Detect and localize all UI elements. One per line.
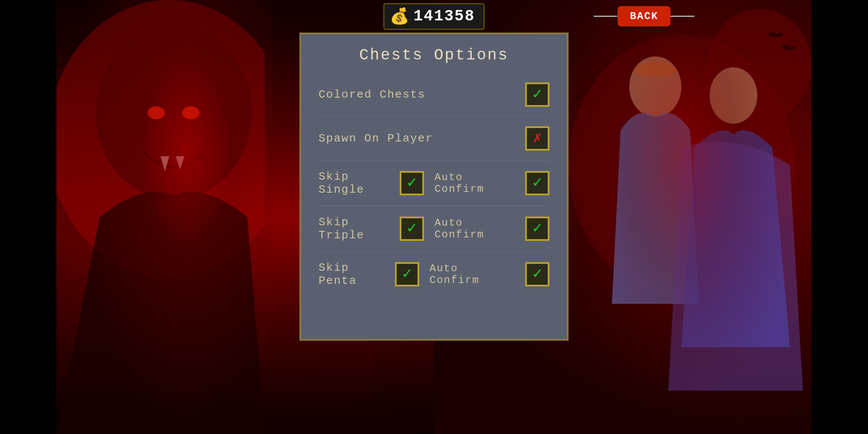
black-bar-left [0, 0, 56, 434]
skip-penta-right: ✓ Auto Confirm ✓ [395, 262, 549, 286]
option-skip-triple: Skip Triple ✓ Auto Confirm ✓ [319, 206, 549, 251]
red-glow-left [56, 0, 273, 434]
skip-triple-label: Skip Triple [319, 216, 400, 242]
spawn-on-player-x-icon: ✗ [533, 131, 542, 146]
skip-penta-label: Skip Penta [319, 261, 395, 287]
spawn-on-player-label: Spawn On Player [319, 132, 433, 145]
spawn-on-player-checkbox[interactable]: ✗ [525, 126, 549, 151]
black-bar-right [812, 0, 868, 434]
coin-amount: 141358 [414, 7, 475, 25]
coin-display: 💰 141358 [383, 3, 485, 30]
red-glow-right [595, 0, 812, 434]
skip-penta-confirm-label: Auto Confirm [430, 263, 515, 286]
spawn-on-player-right: ✗ [525, 126, 549, 151]
skip-penta-confirm-checkbox[interactable]: ✓ [525, 262, 549, 286]
option-skip-single: Skip Single ✓ Auto Confirm ✓ [319, 160, 549, 206]
skip-single-label: Skip Single [319, 170, 400, 196]
skip-single-confirm-check-icon: ✓ [533, 175, 542, 191]
colored-chests-right: ✓ [525, 82, 549, 107]
option-skip-penta: Skip Penta ✓ Auto Confirm ✓ [319, 251, 549, 297]
colored-chests-label: Colored Chests [319, 88, 425, 101]
back-button-container: BACK [594, 6, 694, 26]
skip-single-check-icon: ✓ [407, 175, 417, 191]
skip-triple-confirm-label: Auto Confirm [434, 217, 515, 240]
header: 💰 141358 BACK [0, 0, 868, 33]
skip-triple-confirm-check-icon: ✓ [533, 221, 542, 237]
chests-options-panel: Chests Options Colored Chests ✓ Spawn On… [299, 33, 569, 341]
line-right [671, 16, 694, 17]
colored-chests-checkbox[interactable]: ✓ [525, 82, 549, 107]
panel-title: Chests Options [319, 34, 549, 73]
skip-triple-check-icon: ✓ [407, 221, 417, 237]
option-colored-chests: Colored Chests ✓ [319, 73, 549, 116]
option-spawn-on-player: Spawn On Player ✗ [319, 116, 549, 160]
skip-penta-checkbox[interactable]: ✓ [395, 262, 419, 286]
back-button[interactable]: BACK [618, 6, 671, 26]
options-list: Colored Chests ✓ Spawn On Player ✗ Skip … [319, 73, 549, 297]
skip-single-confirm-checkbox[interactable]: ✓ [525, 171, 549, 195]
skip-single-confirm-label: Auto Confirm [434, 171, 515, 195]
colored-chests-check-icon: ✓ [533, 87, 542, 102]
skip-triple-right: ✓ Auto Confirm ✓ [400, 217, 549, 241]
skip-triple-confirm-checkbox[interactable]: ✓ [525, 217, 549, 241]
skip-triple-checkbox[interactable]: ✓ [400, 217, 424, 241]
skip-single-right: ✓ Auto Confirm ✓ [400, 171, 549, 195]
line-left [594, 16, 618, 17]
skip-penta-confirm-check-icon: ✓ [533, 266, 542, 282]
skip-single-checkbox[interactable]: ✓ [400, 171, 424, 195]
coin-icon: 💰 [390, 7, 409, 26]
skip-penta-check-icon: ✓ [402, 266, 412, 282]
